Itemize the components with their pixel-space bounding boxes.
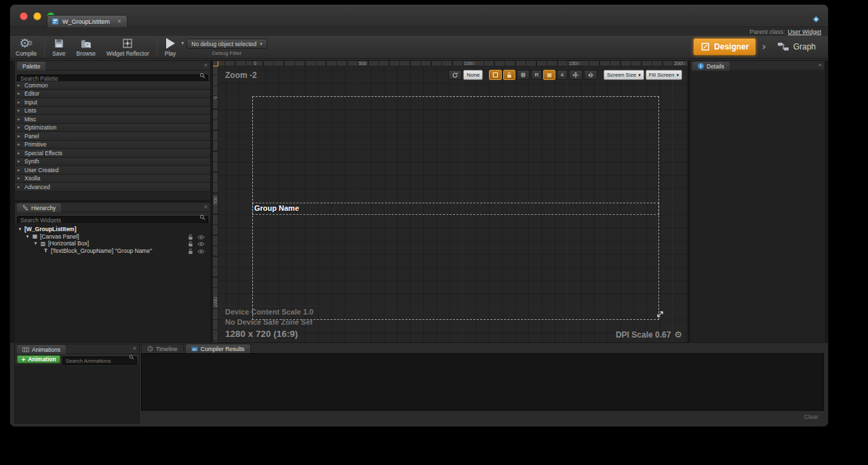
palette-category-primitive[interactable]: ▸Primitive bbox=[15, 141, 210, 150]
palette-category-misc[interactable]: ▸Misc bbox=[15, 115, 210, 124]
animations-icon bbox=[22, 347, 29, 352]
category-label: Advanced bbox=[24, 184, 50, 190]
expander-icon[interactable]: ▾ bbox=[25, 234, 30, 239]
compiler-results-tab[interactable]: Compiler Results bbox=[185, 344, 251, 353]
outline-toggle-button[interactable] bbox=[489, 70, 502, 80]
compile-button[interactable]: ⚙ ⚙ Compile bbox=[10, 36, 42, 57]
expand-arrow-icon: ▸ bbox=[18, 83, 22, 88]
debug-object-value: No debug object selected bbox=[191, 41, 256, 47]
widget-reflector-button[interactable]: Widget Reflector bbox=[101, 36, 155, 57]
localization-none-button[interactable]: None bbox=[463, 70, 483, 80]
timeline-tab[interactable]: Timeline bbox=[141, 344, 184, 353]
palette-category-panel[interactable]: ▸Panel bbox=[15, 132, 210, 141]
grid-size-button[interactable]: 4 bbox=[557, 70, 568, 80]
category-label: Editor bbox=[24, 90, 39, 97]
titlebar: W_GroupListItem × bbox=[10, 5, 828, 27]
titlebar-right-icon[interactable] bbox=[812, 16, 820, 23]
add-animation-label: Animation bbox=[28, 356, 56, 363]
lock-icon[interactable] bbox=[188, 234, 193, 241]
ruler-mark: 500 bbox=[359, 61, 367, 66]
ruler-mark: 0 bbox=[213, 96, 218, 99]
tab-close-icon[interactable]: × bbox=[117, 18, 121, 25]
grid-toggle-button[interactable] bbox=[517, 70, 530, 80]
category-label: Optimization bbox=[24, 124, 56, 131]
none-label: None bbox=[467, 72, 479, 78]
transform-mode-button[interactable] bbox=[569, 70, 583, 80]
palette-category-lists[interactable]: ▸Lists bbox=[15, 107, 210, 116]
category-label: User Created bbox=[24, 167, 59, 174]
compiler-results-label: Compiler Results bbox=[201, 346, 245, 352]
compile-label: Compile bbox=[16, 50, 37, 57]
palette-category-optimization[interactable]: ▸Optimization bbox=[15, 124, 210, 133]
toolbar-separator bbox=[44, 37, 45, 56]
plus-icon: + bbox=[21, 356, 26, 363]
browse-button[interactable]: Browse bbox=[71, 36, 101, 57]
ruler-mark: 500 bbox=[213, 197, 218, 205]
localization-preview-button[interactable] bbox=[448, 70, 462, 80]
fill-screen-dropdown[interactable]: Fill Screen ▾ bbox=[646, 70, 682, 80]
details-tab[interactable]: i Details bbox=[692, 62, 730, 70]
clear-button[interactable]: Clear bbox=[804, 413, 818, 420]
ruler-origin-corner bbox=[213, 61, 218, 66]
dpi-settings-gear-icon[interactable]: ⚙ bbox=[674, 329, 682, 340]
group-name-textblock[interactable]: Group Name bbox=[254, 204, 299, 212]
palette-category-input[interactable]: ▸Input bbox=[15, 98, 210, 107]
tree-row-horizontal-box[interactable]: ▾ ▥ [Horizontal Box] bbox=[15, 240, 210, 247]
category-label: Panel bbox=[24, 133, 39, 140]
browse-icon bbox=[81, 37, 92, 49]
lock-icon[interactable] bbox=[188, 248, 193, 255]
expander-icon[interactable]: ▾ bbox=[18, 226, 22, 232]
widget-reflector-icon bbox=[122, 37, 133, 49]
tree-row-canvas-panel[interactable]: ▾ ▦ [Canvas Panel] bbox=[15, 233, 210, 241]
debug-object-dropdown[interactable]: No debug object selected ▾ bbox=[186, 39, 267, 49]
lock-icon[interactable] bbox=[188, 241, 193, 247]
parent-class-label: Parent class: bbox=[749, 28, 785, 35]
flip-preview-button[interactable] bbox=[584, 70, 597, 80]
animations-tab[interactable]: Animations bbox=[17, 345, 66, 354]
palette-category-common[interactable]: ▸Common bbox=[15, 81, 210, 90]
play-button[interactable]: Play bbox=[159, 36, 182, 57]
resize-handle-icon[interactable] bbox=[656, 310, 664, 318]
palette-close-icon[interactable]: × bbox=[204, 62, 208, 68]
animations-search-input[interactable] bbox=[62, 357, 137, 365]
screen-size-dropdown[interactable]: Screen Size ▾ bbox=[604, 70, 644, 80]
asset-tab[interactable]: W_GroupListItem × bbox=[47, 15, 127, 27]
hierarchy-close-icon[interactable]: × bbox=[204, 203, 208, 210]
add-animation-button[interactable]: + Animation bbox=[17, 355, 60, 363]
palette-category-synth[interactable]: ▸Synth bbox=[15, 158, 210, 167]
lock-widgets-button[interactable] bbox=[503, 70, 515, 80]
visibility-eye-icon[interactable] bbox=[197, 249, 205, 254]
unreal-editor-window: W_GroupListItem × Parent class: User Wid… bbox=[9, 4, 829, 427]
palette-category-xsolla[interactable]: ▸Xsolla bbox=[15, 175, 210, 184]
details-close-icon[interactable]: × bbox=[818, 62, 822, 68]
tree-row-textblock[interactable]: T [TextBlock_GroupName] "Group Name" bbox=[15, 247, 210, 255]
minimize-window-button[interactable] bbox=[33, 12, 41, 20]
animations-panel: Animations × + Animation bbox=[14, 344, 140, 424]
hierarchy-tab[interactable]: Hierarchy bbox=[17, 203, 61, 212]
designer-mode-button[interactable]: Designer bbox=[693, 38, 756, 56]
expander-icon[interactable]: ▾ bbox=[33, 241, 38, 246]
palette-category-user-created[interactable]: ▸User Created bbox=[15, 166, 210, 175]
hierarchy-panel: Hierarchy × ▾ [W_GroupListItem] bbox=[14, 202, 211, 343]
palette-category-special-effects[interactable]: ▸Special Effects bbox=[15, 149, 210, 158]
graph-mode-button[interactable]: Graph bbox=[772, 38, 821, 56]
parent-class-link[interactable]: User Widget bbox=[787, 28, 821, 35]
visibility-eye-icon[interactable] bbox=[197, 235, 205, 240]
tree-row-root[interactable]: ▾ [W_GroupListItem] bbox=[15, 226, 210, 233]
close-window-button[interactable] bbox=[20, 12, 28, 20]
expand-arrow-icon: ▸ bbox=[18, 125, 22, 130]
search-icon bbox=[199, 214, 205, 220]
design-surface[interactable]: Zoom -2 None bbox=[218, 66, 688, 342]
save-button[interactable]: Save bbox=[47, 36, 71, 57]
play-options-caret-icon[interactable]: ▾ bbox=[181, 40, 184, 46]
palette-category-advanced[interactable]: ▸Advanced bbox=[15, 183, 210, 192]
respect-locks-button[interactable]: R bbox=[531, 70, 542, 80]
play-icon bbox=[166, 38, 175, 49]
snap-grid-button[interactable]: ▦ bbox=[543, 70, 555, 80]
palette-category-editor[interactable]: ▸Editor bbox=[15, 90, 210, 99]
palette-tab[interactable]: Palette bbox=[17, 62, 45, 70]
visibility-eye-icon[interactable] bbox=[197, 241, 205, 247]
animations-close-icon[interactable]: × bbox=[133, 345, 136, 352]
ruler-mark: 0 bbox=[254, 61, 256, 66]
bottom-area: Animations × + Animation bbox=[10, 344, 828, 427]
